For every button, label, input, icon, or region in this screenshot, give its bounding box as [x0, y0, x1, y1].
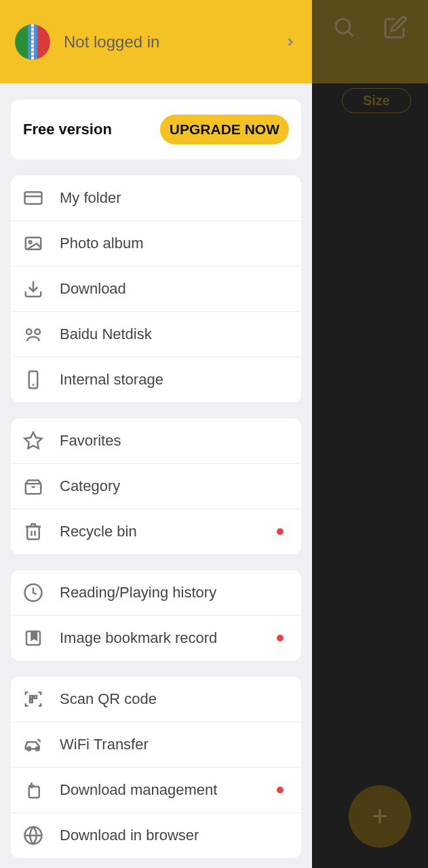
menu-item-download[interactable]: Download [11, 266, 301, 311]
version-label: Free version [23, 121, 112, 138]
svg-rect-2 [25, 192, 42, 204]
menu-label: Photo album [60, 235, 289, 252]
upgrade-button[interactable]: UPGRADE NOW [160, 115, 289, 144]
menu-label: My folder [60, 189, 289, 207]
notification-dot [277, 787, 284, 793]
svg-rect-25 [29, 787, 39, 797]
menu-label: Download management [60, 781, 260, 799]
menu-label: Download in browser [60, 827, 289, 844]
notification-dot [277, 635, 284, 642]
svg-rect-20 [30, 696, 33, 698]
menu-item-scan-qr[interactable]: Scan QR code [11, 677, 301, 722]
menu-item-recycle-bin[interactable]: Recycle bin [11, 509, 301, 554]
menu-item-category[interactable]: Category [11, 463, 301, 509]
menu-label: Baidu Netdisk [60, 326, 289, 343]
star-icon [23, 431, 43, 451]
svg-rect-21 [34, 696, 37, 698]
menu-label: Scan QR code [60, 690, 289, 708]
version-card: Free version UPGRADE NOW [11, 100, 301, 159]
svg-point-0 [336, 19, 350, 33]
menu-label: Image bookmark record [60, 629, 260, 647]
menu-item-wifi-transfer[interactable]: WiFi Transfer [11, 722, 301, 767]
plus-icon: + [372, 800, 389, 833]
svg-line-1 [349, 32, 353, 37]
menu-group-organization: Favorites Category Recycle bin [11, 418, 301, 554]
menu-item-internal-storage[interactable]: Internal storage [11, 357, 301, 402]
menu-group-tools: Scan QR code WiFi Transfer Download mana… [11, 677, 301, 858]
search-icon[interactable] [332, 15, 356, 39]
menu-label: Category [60, 477, 289, 495]
svg-rect-14 [27, 527, 39, 540]
wifi-transfer-icon [23, 734, 43, 755]
menu-item-my-folder[interactable]: My folder [11, 176, 301, 220]
menu-group-locations: My folder Photo album Download Baidu Net… [11, 176, 301, 402]
menu-item-photo-album[interactable]: Photo album [11, 220, 301, 266]
folder-icon [23, 188, 43, 208]
edit-icon[interactable] [383, 15, 408, 39]
menu-label: Download [60, 280, 289, 298]
menu-label: Internal storage [60, 371, 289, 389]
trash-icon [23, 521, 43, 542]
svg-rect-22 [30, 700, 33, 703]
drawer-scroll-area[interactable]: Free version UPGRADE NOW My folder Photo… [0, 83, 312, 868]
notification-dot [277, 528, 284, 535]
netdisk-icon [23, 324, 43, 344]
chevron-right-icon [284, 35, 297, 49]
download-icon [23, 279, 43, 299]
navigation-drawer: Not logged in Free version UPGRADE NOW M… [0, 0, 312, 868]
fab-add-button[interactable]: + [349, 785, 411, 848]
menu-item-image-bookmark[interactable]: Image bookmark record [11, 615, 301, 660]
menu-label: Reading/Playing history [60, 584, 289, 601]
svg-point-7 [26, 330, 32, 335]
menu-label: Recycle bin [60, 523, 260, 540]
menu-label: Favorites [60, 432, 289, 450]
menu-group-history: Reading/Playing history Image bookmark r… [11, 570, 301, 660]
app-logo-icon [15, 24, 50, 60]
download-management-icon [23, 780, 43, 800]
image-icon [23, 233, 43, 254]
drawer-header[interactable]: Not logged in [0, 0, 312, 83]
menu-item-download-management[interactable]: Download management [11, 767, 301, 812]
menu-item-reading-history[interactable]: Reading/Playing history [11, 570, 301, 615]
menu-item-favorites[interactable]: Favorites [11, 418, 301, 463]
globe-icon [23, 825, 43, 846]
menu-label: WiFi Transfer [60, 736, 289, 753]
bookmark-icon [23, 628, 43, 648]
svg-point-5 [29, 241, 32, 243]
svg-point-8 [35, 330, 41, 335]
size-chip[interactable]: Size [342, 88, 411, 113]
clock-icon [23, 583, 43, 603]
qr-icon [23, 689, 43, 709]
box-icon [23, 476, 43, 496]
phone-icon [23, 370, 43, 390]
menu-item-baidu-netdisk[interactable]: Baidu Netdisk [11, 311, 301, 357]
menu-item-download-browser[interactable]: Download in browser [11, 812, 301, 858]
svg-marker-11 [25, 433, 42, 449]
svg-rect-4 [26, 237, 41, 250]
login-status-label: Not logged in [64, 33, 270, 52]
